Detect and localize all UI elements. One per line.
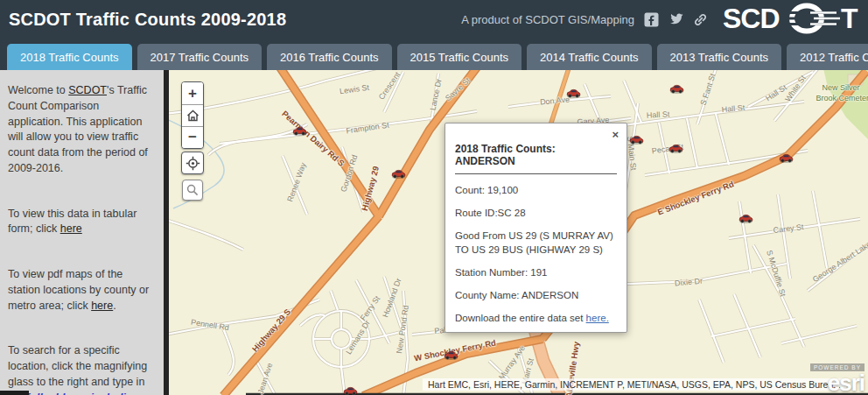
zoom-control-group: + −	[181, 81, 204, 149]
home-icon	[186, 109, 200, 122]
traffic-count-marker[interactable]	[629, 132, 644, 142]
traffic-count-marker[interactable]	[669, 81, 684, 91]
popup-field: County Name: ANDERSON	[455, 289, 617, 302]
traffic-count-marker[interactable]	[668, 141, 683, 151]
traffic-count-marker[interactable]	[391, 166, 406, 176]
search-button[interactable]	[182, 180, 203, 201]
sidebar-text: To search for a specific location, click…	[8, 344, 147, 395]
sidebar-text: Welcome to	[8, 84, 68, 96]
page-title: SCDOT Traffic Counts 2009-2018	[9, 10, 286, 30]
sidebar-paragraph-1: Welcome to SCDOT's Traffic Count Compari…	[8, 83, 157, 177]
sidebar-paragraph-4: To search for a specific location, click…	[8, 343, 157, 395]
popup-divider	[455, 173, 617, 174]
tab-bar: 2018 Traffic Counts2017 Traffic Counts20…	[0, 39, 868, 70]
header-subtitle: A product of SCDOT GIS/Mapping	[461, 13, 634, 26]
sidebar-link[interactable]: here	[91, 300, 113, 312]
traffic-count-marker[interactable]	[292, 123, 307, 133]
scdot-logo: SCD T	[723, 3, 861, 38]
svg-text:SCD: SCD	[723, 3, 780, 34]
popup-title: 2018 Traffic Counts: ANDERSON	[455, 143, 617, 167]
sidebar-text: .	[113, 300, 116, 312]
popup-field: Count: 19,100	[455, 184, 617, 197]
home-button[interactable]	[182, 104, 203, 126]
traffic-count-marker[interactable]	[566, 86, 581, 95]
map-popup: × 2018 Traffic Counts: ANDERSON Count: 1…	[444, 123, 627, 333]
app-header: SCDOT Traffic Counts 2009-2018 A product…	[0, 0, 868, 39]
popup-close-icon[interactable]: ×	[612, 129, 619, 140]
traffic-count-marker[interactable]	[343, 384, 358, 393]
tab-2013-traffic-counts[interactable]: 2013 Traffic Counts	[657, 44, 782, 70]
traffic-count-marker[interactable]	[738, 211, 753, 221]
content-area: Welcome to SCDOT's Traffic Count Compari…	[0, 70, 868, 395]
tab-2016-traffic-counts[interactable]: 2016 Traffic Counts	[267, 44, 392, 70]
share-link-icon[interactable]	[693, 12, 708, 27]
popup-download-text: Download the entire data set	[455, 313, 586, 323]
twitter-icon[interactable]	[668, 12, 683, 27]
traffic-count-marker[interactable]	[444, 348, 458, 357]
tab-2014-traffic-counts[interactable]: 2014 Traffic Counts	[527, 44, 652, 70]
sidebar-link[interactable]: SCDOT	[68, 84, 107, 96]
esri-logo: esri	[828, 370, 864, 395]
locate-icon	[186, 156, 200, 171]
tab-2018-traffic-counts[interactable]: 2018 Traffic Counts	[7, 44, 132, 70]
map-canvas[interactable]: + − Lewis StCrescentLance DrSayre StFram…	[169, 70, 868, 395]
tab-2017-traffic-counts[interactable]: 2017 Traffic Counts	[137, 44, 262, 70]
tab-2012-traffic-counts[interactable]: 2012 Traffic Counts	[787, 44, 868, 70]
app-window: SCDOT Traffic Counts 2009-2018 A product…	[0, 0, 868, 395]
sidebar-paragraph-2: To view this data in tabular form; click…	[8, 207, 157, 238]
sidebar-paragraph-3: To view pdf maps of the station location…	[8, 267, 157, 314]
popup-field: Station Number: 191	[455, 266, 617, 279]
zoom-in-button[interactable]: +	[182, 82, 203, 104]
popup-download-line: Download the entire data set here.	[455, 313, 617, 323]
popup-download-link[interactable]: here.	[586, 313, 609, 323]
tab-2015-traffic-counts[interactable]: 2015 Traffic Counts	[397, 44, 522, 70]
map-attribution: Hart EMC, Esri, HERE, Garmin, INCREMENT …	[423, 378, 846, 391]
locate-me-button[interactable]	[181, 152, 204, 174]
popup-field: Route ID:SC 28	[455, 207, 617, 220]
header-right: A product of SCDOT GIS/Mapping SCD	[461, 3, 861, 38]
svg-text:T: T	[841, 3, 858, 34]
sidebar-text: To view pdf maps of the station location…	[8, 268, 149, 312]
facebook-icon[interactable]	[644, 12, 659, 27]
search-icon	[186, 184, 199, 196]
sidebar-text: 's Traffic Count Comparison application.…	[8, 84, 148, 174]
sidebar: Welcome to SCDOT's Traffic Count Compari…	[0, 70, 169, 395]
sidebar-link[interactable]: here	[60, 222, 82, 235]
bottom-left-panel-edge	[0, 391, 29, 395]
popup-field: Good From US 29 (S MURRAY AV) TO US 29 B…	[455, 229, 617, 256]
zoom-out-button[interactable]: −	[182, 126, 203, 148]
esri-branding: POWERED BY esri	[810, 357, 864, 394]
traffic-count-marker[interactable]	[779, 151, 794, 160]
